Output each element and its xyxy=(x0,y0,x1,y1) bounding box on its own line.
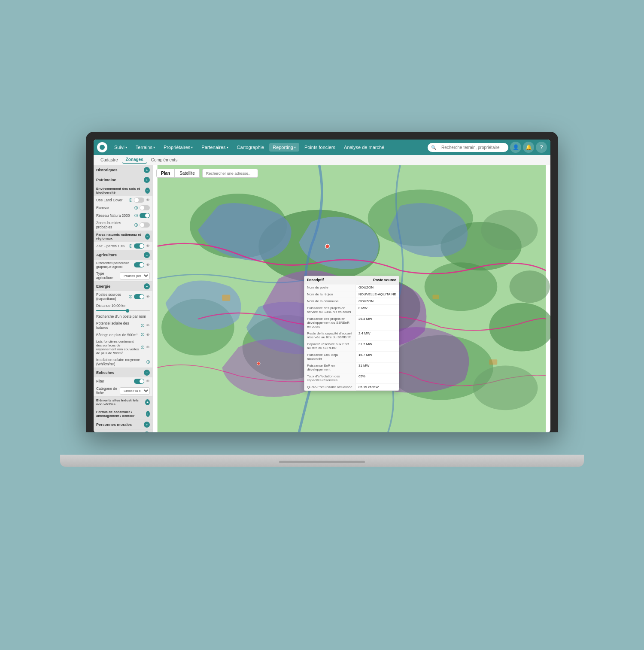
distance-slider[interactable] xyxy=(96,310,150,311)
bell-icon-btn[interactable]: 🔔 xyxy=(523,142,534,153)
section-toggle-environnement[interactable]: − xyxy=(145,188,150,194)
item-zae: ZAE - pertes 10% ⓘ 👁 xyxy=(94,242,152,250)
section-toggle-energie[interactable]: − xyxy=(144,283,150,289)
map-toolbar: Plan Satellite xyxy=(156,169,258,178)
item-type-agriculture: Type agriculture Prairies permanent xyxy=(94,270,152,281)
subtab-cadastre[interactable]: Cadastre xyxy=(97,157,122,163)
laptop-container: Suivi ▾ Terrains ▾ Propriétaires ▾ Parte… xyxy=(86,132,558,467)
eye-icon[interactable]: 👁 xyxy=(146,198,150,202)
section-toggle-historiques[interactable]: + xyxy=(144,167,150,173)
subtab-zonages[interactable]: Zonages xyxy=(122,156,147,164)
info-icon: ⓘ xyxy=(146,360,150,364)
eye-icon[interactable]: 👁 xyxy=(146,323,150,328)
search-icon: 🔍 xyxy=(431,145,436,150)
toggle-postes-sources[interactable] xyxy=(134,294,144,299)
section-toggle-eolisches[interactable]: − xyxy=(144,370,150,376)
section-header-eolisches[interactable]: Eolisches − xyxy=(94,368,152,377)
info-icon: ⓘ xyxy=(134,206,138,210)
toggle-zae[interactable] xyxy=(134,243,144,249)
subtab-complements[interactable]: Compléments xyxy=(148,157,181,163)
eye-icon[interactable]: 👁 xyxy=(146,263,150,267)
section-toggle-sites[interactable]: + xyxy=(145,399,150,405)
nav-analyse-marche[interactable]: Analyse de marché xyxy=(340,143,388,152)
item-distance: Distance 10.00 km xyxy=(94,302,152,309)
section-toggle-parcs[interactable]: − xyxy=(145,234,150,240)
eye-icon[interactable]: 👁 xyxy=(146,379,150,383)
section-header-permis[interactable]: Permis de construire / aménagement / dém… xyxy=(94,408,152,419)
section-header-batiments[interactable]: Bâtiments + xyxy=(94,430,152,432)
nav-partenaires[interactable]: Partenaires ▾ xyxy=(198,143,231,152)
toggle-land-cover[interactable] xyxy=(134,197,144,203)
toggle-differentiel[interactable] xyxy=(134,262,144,267)
section-header-patrimoine[interactable]: Patrimoine + xyxy=(94,175,152,185)
svg-point-18 xyxy=(481,210,538,250)
section-header-energie[interactable]: Energie − xyxy=(94,282,152,291)
section-header-parcs[interactable]: Parcs naturels nationaux et régionaux − xyxy=(94,231,152,242)
nav-reporting[interactable]: Reporting ▾ xyxy=(269,143,299,152)
svg-point-20 xyxy=(473,366,538,410)
item-potentiel-solaire: Potentiel solaire des toitures ⓘ 👁 xyxy=(94,320,152,331)
app-container: Suivi ▾ Terrains ▾ Propriétaires ▾ Parte… xyxy=(94,140,550,432)
info-icon: ⓘ xyxy=(129,198,132,203)
section-toggle-agriculture[interactable]: − xyxy=(144,252,150,258)
nav-cartographie[interactable]: Cartographie xyxy=(234,143,268,152)
item-land-cover: Use Land Cover ⓘ 👁 xyxy=(94,196,152,204)
item-batings: Bâtings de plus de 500m² ⓘ 👁 xyxy=(94,331,152,338)
user-icon: 👤 xyxy=(513,144,519,150)
popup-row-10: Quote-Part unitaire actualisée 85.19 k€/… xyxy=(304,384,399,390)
item-filter: Filter 👁 xyxy=(94,377,152,385)
eye-icon[interactable]: 👁 xyxy=(146,244,150,248)
info-icon: ⓘ xyxy=(134,213,138,218)
slider-thumb xyxy=(126,309,129,313)
svg-rect-17 xyxy=(489,359,497,364)
toggle-natura2000[interactable] xyxy=(140,213,150,218)
info-icon: ⓘ xyxy=(141,345,144,350)
eye-icon[interactable]: 👁 xyxy=(146,333,150,337)
logo-inner xyxy=(100,145,105,150)
svg-point-11 xyxy=(325,244,329,248)
map-search-input[interactable] xyxy=(202,169,258,178)
eye-icon[interactable]: 👁 xyxy=(146,295,150,299)
info-icon: ⓘ xyxy=(141,332,144,337)
navbar: Suivi ▾ Terrains ▾ Propriétaires ▾ Parte… xyxy=(94,140,550,155)
section-header-environnement[interactable]: Environnement des sols et biodiversité − xyxy=(94,185,152,196)
eye-icon[interactable]: 👁 xyxy=(146,345,150,349)
toggle-filter[interactable] xyxy=(134,379,144,384)
nav-points-fonciers[interactable]: Points fonciers xyxy=(301,143,339,152)
section-header-agriculture[interactable]: Agriculture − xyxy=(94,250,152,260)
popup-row-6: Capacité réservée aux EnR au titre du S3… xyxy=(304,341,399,352)
section-sites-industriels: Eléments sites industriels non vérifies … xyxy=(94,397,152,408)
map-tab-satellite[interactable]: Satellite xyxy=(175,169,200,178)
left-panel: Historiques + Patrimoine + xyxy=(94,165,153,432)
info-icon: ⓘ xyxy=(134,223,138,228)
section-header-personnes[interactable]: Personnes morales + xyxy=(94,420,152,429)
toggle-ramsar[interactable] xyxy=(140,205,150,210)
nav-proprietaires[interactable]: Propriétaires ▾ xyxy=(160,143,196,152)
user-icon-btn[interactable]: 👤 xyxy=(510,142,521,153)
toggle-zones-humides[interactable] xyxy=(140,222,150,228)
section-toggle-personnes[interactable]: + xyxy=(144,422,150,428)
laptop-screen: Suivi ▾ Terrains ▾ Propriétaires ▾ Parte… xyxy=(94,140,550,432)
popup-row-2: Nom de la commune GOUZON xyxy=(304,298,399,305)
chevron-icon: ▾ xyxy=(227,146,228,149)
section-header-sites[interactable]: Eléments sites industriels non vérifies … xyxy=(94,397,152,408)
question-icon-btn[interactable]: ? xyxy=(536,142,547,153)
map-tab-plan[interactable]: Plan xyxy=(156,169,175,178)
item-recherche-poste: Recherche d'un poste par nom xyxy=(94,313,152,320)
categorie-select[interactable]: Choisir la catégorie xyxy=(120,387,150,395)
popup-row-4: Puissance des projets en développement d… xyxy=(304,316,399,330)
item-irradiation: Irradiation solaire moyenne (Wh/km/m²) ⓘ xyxy=(94,356,152,368)
nav-suivi[interactable]: Suivi ▾ xyxy=(111,143,131,152)
section-toggle-permis[interactable]: + xyxy=(146,411,150,417)
section-header-historiques[interactable]: Historiques + xyxy=(94,165,152,175)
type-agriculture-select[interactable]: Prairies permanent xyxy=(120,272,150,279)
nav-terrains[interactable]: Terrains ▾ xyxy=(132,143,158,152)
map-area[interactable]: Plan Satellite Descriptif Poste sourc xyxy=(153,165,550,432)
section-toggle-batiments[interactable]: + xyxy=(144,431,150,432)
search-input[interactable] xyxy=(437,144,506,151)
section-toggle-patrimoine[interactable]: + xyxy=(144,177,150,183)
popup-row-5: Reste de la capacité d'accueil réservée … xyxy=(304,330,399,341)
item-postes-sources: Postes sources (capacitaux) ⓘ 👁 xyxy=(94,291,152,302)
distance-slider-container xyxy=(94,309,152,313)
popup-row-1: Nom de la région NOUVELLE-AQUITAINE xyxy=(304,291,399,298)
